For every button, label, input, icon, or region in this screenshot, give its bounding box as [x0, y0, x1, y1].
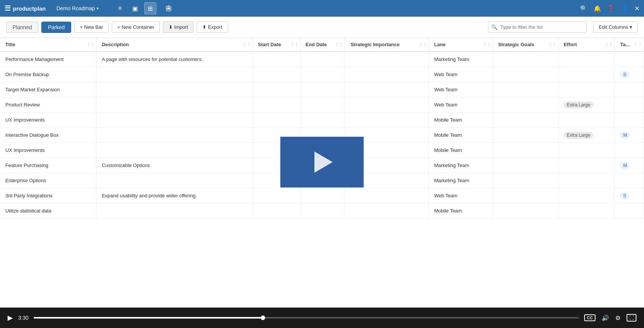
cell-strategic-importance — [345, 97, 429, 112]
cell-title: Target Market Expansion — [0, 82, 96, 97]
filter-input[interactable] — [488, 21, 586, 33]
table-row[interactable]: 3rd Party Integrations Expand usability … — [0, 188, 644, 203]
clipboard-icon[interactable] — [163, 2, 175, 14]
cell-lane: Web Team — [428, 82, 492, 97]
view-icons-group: ≡ ▣ ⊞ — [114, 2, 175, 14]
cell-strategic-importance — [345, 188, 429, 203]
table-row[interactable]: Performance Management A page with resou… — [0, 52, 644, 67]
video-fullscreen-button[interactable]: ⛶ — [627, 314, 636, 322]
new-container-button[interactable]: + New Container — [112, 21, 160, 33]
board-view-icon[interactable]: ▣ — [129, 2, 141, 14]
cell-end-date — [300, 203, 345, 219]
col-tags[interactable]: Ta... ⋮⋮ — [615, 38, 644, 52]
cell-tags: S — [615, 67, 644, 82]
col-end-date[interactable]: End Date ⋮⋮ — [300, 38, 345, 52]
table-row[interactable]: Utilize statistical data Mobile Team — [0, 203, 644, 219]
cell-end-date — [300, 52, 345, 67]
cell-tags — [615, 52, 644, 67]
cell-description — [96, 143, 252, 158]
col-strategic-importance[interactable]: Strategic Importance ⋮⋮ — [345, 38, 429, 52]
menu-icon[interactable]: ☰ — [5, 4, 11, 12]
col-effort[interactable]: Effort ⋮⋮ — [558, 38, 615, 52]
col-drag-icon: ⋮⋮ — [483, 42, 491, 47]
user-avatar-icon[interactable]: 👤 — [621, 5, 628, 12]
col-title[interactable]: Title ⋮⋮ — [0, 38, 96, 52]
play-button-icon — [314, 152, 333, 173]
edit-columns-button[interactable]: Edit Columns ▾ — [593, 21, 638, 33]
cell-strategic-goals — [492, 173, 558, 188]
export-button[interactable]: ⬆ Export — [197, 21, 228, 33]
nav-right-actions: 🔍 🔔 ❓ 👤 ✕ — [580, 5, 639, 12]
demo-roadmap-selector[interactable]: Demo Roadmap ▾ — [53, 4, 102, 13]
video-volume-icon[interactable]: 🔊 — [602, 314, 609, 322]
cell-effort: Extra Large — [558, 97, 615, 112]
cell-description — [96, 67, 252, 82]
cell-lane: Mobile Team — [428, 112, 492, 128]
cell-tags — [615, 82, 644, 97]
cell-strategic-importance — [345, 112, 429, 128]
brand-logo[interactable]: ☰ productplan — [5, 4, 46, 12]
cell-lane: Web Team — [428, 188, 492, 203]
table-row[interactable]: Product Review Web Team Extra Large — [0, 97, 644, 112]
col-drag-icon: ⋮⋮ — [419, 42, 427, 47]
col-description[interactable]: Description ⋮⋮ — [96, 38, 252, 52]
notification-icon[interactable]: 🔔 — [594, 5, 601, 12]
cell-description: Customizable Options — [96, 158, 252, 173]
close-window-icon[interactable]: ✕ — [635, 5, 639, 12]
col-start-date[interactable]: Start Date ⋮⋮ — [252, 38, 300, 52]
video-progress-bar[interactable] — [34, 317, 579, 319]
cell-strategic-goals — [492, 82, 558, 97]
cell-title: Utilize statistical data — [0, 203, 96, 219]
cell-title: UX Improvements — [0, 112, 96, 128]
col-drag-icon: ⋮⋮ — [605, 42, 613, 47]
video-play-box[interactable] — [280, 137, 364, 187]
col-strategic-goals[interactable]: Strategic Goals ⋮⋮ — [492, 38, 558, 52]
col-lane[interactable]: Lane ⋮⋮ — [428, 38, 492, 52]
cell-title: UX Improvements — [0, 143, 96, 158]
table-row[interactable]: UX Improvements Mobile Team — [0, 112, 644, 128]
video-progress-fill — [34, 317, 263, 319]
cell-strategic-importance — [345, 203, 429, 219]
parked-tab[interactable]: Parked — [41, 22, 71, 33]
planned-tab[interactable]: Planned — [6, 22, 38, 33]
list-view-icon[interactable]: ≡ — [114, 2, 126, 14]
table-row[interactable]: On Premise Backup Web Team S — [0, 67, 644, 82]
cell-tags — [615, 112, 644, 128]
brand-name: productplan — [13, 5, 46, 12]
col-drag-icon: ⋮⋮ — [335, 42, 343, 47]
cell-effort — [558, 52, 615, 67]
cell-description: Expand usability and provide wider offer… — [96, 188, 252, 203]
svg-rect-0 — [168, 6, 169, 7]
search-nav-icon[interactable]: 🔍 — [580, 5, 588, 12]
cell-strategic-goals — [492, 203, 558, 219]
cell-tags: M — [615, 128, 644, 143]
cell-strategic-importance — [345, 67, 429, 82]
help-icon[interactable]: ❓ — [607, 5, 615, 12]
table-body: Performance Management A page with resou… — [0, 52, 644, 219]
cell-effort — [558, 82, 615, 97]
roadmap-table: Title ⋮⋮ Description ⋮⋮ Start Date ⋮⋮ En… — [0, 38, 644, 219]
filter-search-icon: 🔍 — [491, 24, 497, 30]
svg-rect-2 — [167, 9, 170, 9]
cell-strategic-goals — [492, 188, 558, 203]
cell-effort — [558, 188, 615, 203]
cell-tags: M — [615, 158, 644, 173]
cell-effort: Extra Large — [558, 128, 615, 143]
cell-title: Enterprise Options — [0, 173, 96, 188]
col-drag-icon: ⋮⋮ — [548, 42, 556, 47]
cell-lane: Marketing Team — [428, 52, 492, 67]
video-cc-button[interactable]: CC — [584, 314, 596, 321]
cell-effort — [558, 203, 615, 219]
table-row[interactable]: Target Market Expansion Web Team — [0, 82, 644, 97]
cell-end-date — [300, 188, 345, 203]
cell-strategic-importance — [345, 82, 429, 97]
cell-end-date — [300, 67, 345, 82]
video-play-pause-button[interactable]: ▶ — [8, 314, 13, 322]
table-view-icon[interactable]: ⊞ — [144, 2, 156, 14]
video-settings-icon[interactable]: ⚙ — [615, 314, 621, 322]
cell-description — [96, 128, 252, 143]
new-bar-button[interactable]: + New Bar — [74, 21, 109, 33]
demo-roadmap-label: Demo Roadmap — [56, 5, 95, 11]
import-button[interactable]: ⬇ Import — [163, 21, 194, 33]
cell-effort — [558, 67, 615, 82]
